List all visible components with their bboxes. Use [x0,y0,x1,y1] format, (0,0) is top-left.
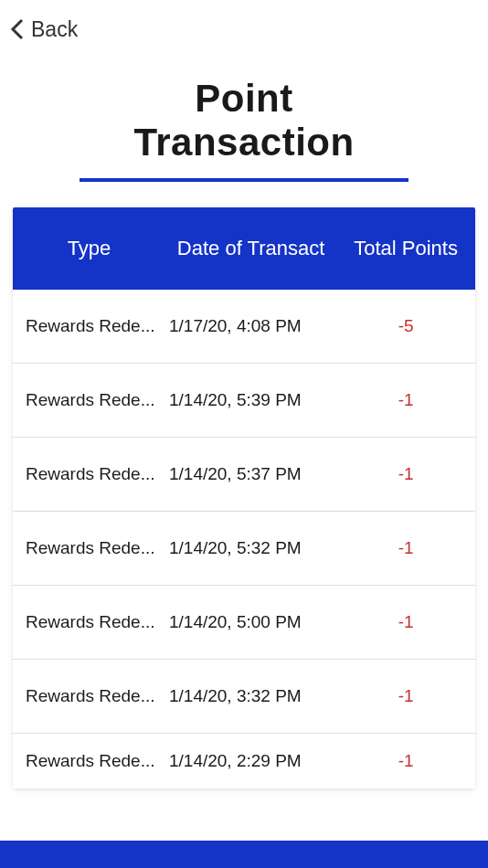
table-row[interactable]: Rewards Rede... 1/14/20, 3:32 PM -1 [13,660,475,734]
table-row[interactable]: Rewards Rede... 1/17/20, 4:08 PM -5 [13,290,475,364]
table-row[interactable]: Rewards Rede... 1/14/20, 5:32 PM -1 [13,512,475,586]
table-row[interactable]: Rewards Rede... 1/14/20, 5:00 PM -1 [13,586,475,660]
header-date: Date of Transact [165,219,336,278]
table-row[interactable]: Rewards Rede... 1/14/20, 5:39 PM -1 [13,364,475,438]
cell-date: 1/14/20, 3:32 PM [165,686,336,706]
cell-date: 1/14/20, 2:29 PM [165,751,336,771]
page-title: Point Transaction [0,77,488,165]
back-label: Back [31,17,78,42]
cell-type: Rewards Rede... [13,390,165,410]
page-title-wrap: Point Transaction [0,77,488,182]
cell-date: 1/14/20, 5:37 PM [165,464,336,484]
header-points: Total Points [336,219,475,278]
cell-points: -1 [336,464,475,484]
cell-date: 1/17/20, 4:08 PM [165,316,336,336]
cell-type: Rewards Rede... [13,316,165,336]
cell-points: -1 [336,751,475,771]
bottom-bar [0,841,488,868]
table-row[interactable]: Rewards Rede... 1/14/20, 5:37 PM -1 [13,438,475,512]
cell-points: -1 [336,612,475,632]
table-header: Type Date of Transact Total Points [13,207,475,290]
chevron-left-icon [9,16,26,42]
table-row[interactable]: Rewards Rede... 1/14/20, 2:29 PM -1 [13,734,475,789]
cell-points: -5 [336,316,475,336]
table-body: Rewards Rede... 1/17/20, 4:08 PM -5 Rewa… [13,290,475,789]
cell-points: -1 [336,390,475,410]
cell-type: Rewards Rede... [13,686,165,706]
cell-points: -1 [336,686,475,706]
cell-type: Rewards Rede... [13,464,165,484]
title-line-2: Transaction [133,121,354,164]
cell-date: 1/14/20, 5:00 PM [165,612,336,632]
cell-date: 1/14/20, 5:32 PM [165,538,336,558]
cell-type: Rewards Rede... [13,612,165,632]
back-button[interactable]: Back [0,0,488,58]
cell-points: -1 [336,538,475,558]
title-underline [80,178,408,182]
title-line-1: Point [195,77,292,120]
cell-date: 1/14/20, 5:39 PM [165,390,336,410]
transactions-table: Type Date of Transact Total Points Rewar… [13,207,475,789]
header-type: Type [13,219,165,278]
cell-type: Rewards Rede... [13,538,165,558]
cell-type: Rewards Rede... [13,751,165,771]
